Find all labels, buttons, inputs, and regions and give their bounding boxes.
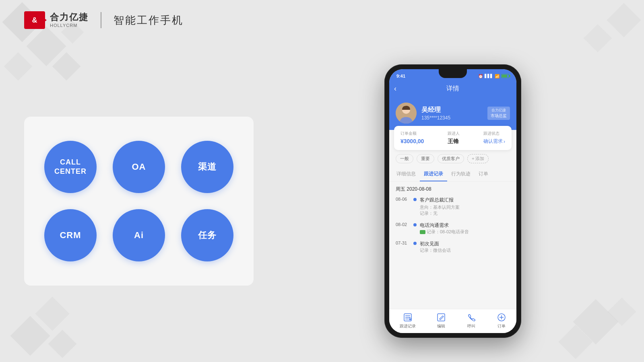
contact-info: 吴经理 135****12345 — [421, 106, 483, 121]
main-page: & 合力亿捷 HOLLYCRM 智能工作手机 CALLCENTER OA 渠道 … — [0, 0, 644, 362]
timeline-date: 周五 2020-08-08 — [396, 186, 510, 193]
logo-cn: 合力亿捷 — [50, 12, 89, 23]
contact-phone: 135****12345 — [421, 115, 483, 121]
contact-name: 吴经理 — [421, 106, 483, 114]
nav-edit-label: 编辑 — [437, 323, 445, 329]
svg-point-8 — [409, 318, 411, 320]
app-grid: CALLCENTER OA 渠道 CRM Ai 任务 — [24, 117, 254, 286]
status-icons: ⏰ ▋▋▋ 📶 — [478, 74, 509, 78]
tag-normal[interactable]: 一般 — [396, 154, 413, 163]
wifi-icon: 📶 — [495, 74, 500, 78]
call-icon — [466, 313, 476, 322]
app-call-center[interactable]: CALLCENTER — [44, 141, 97, 193]
status-label: 跟进状态 — [483, 131, 505, 136]
phone-notch — [439, 69, 467, 78]
stat-order: 订单金额 ¥3000,00 — [400, 131, 424, 145]
phone-mockup: 9:41 ⏰ ▋▋▋ 📶 ‹ — [286, 64, 620, 338]
header-divider — [101, 12, 101, 28]
phone-outer: 9:41 ⏰ ▋▋▋ 📶 ‹ — [384, 64, 521, 338]
logo-icon: & — [24, 11, 45, 29]
tl-sub-1: 意向：基本认同方案 — [420, 204, 510, 210]
tl-body-3: 初次见面 记录：微信会话 — [420, 241, 510, 253]
nav-order-label: 订单 — [497, 323, 506, 329]
tag-vip[interactable]: 优质客户 — [438, 154, 464, 163]
tl-record-1: 记录：无 — [420, 210, 510, 216]
app-oa[interactable]: OA — [113, 141, 165, 193]
tl-dot-2 — [413, 223, 417, 226]
app-ai[interactable]: Ai — [113, 209, 165, 261]
nav-edit[interactable]: 编辑 — [436, 313, 446, 329]
tags-row: 一般 重要 优质客户 + 添加 — [389, 150, 516, 167]
stat-follow: 跟进人 王锋 — [448, 131, 460, 145]
tag-important[interactable]: 重要 — [417, 154, 434, 163]
nav-call-label: 呼叫 — [467, 323, 475, 329]
tl-record-2: 记录：08-02电话录音 — [420, 229, 510, 235]
content-area: CALLCENTER OA 渠道 CRM Ai 任务 9:41 — [0, 40, 644, 362]
tab-follow-records[interactable]: 跟进记录 — [420, 167, 447, 181]
logo-en: HOLLYCRM — [50, 23, 89, 28]
tl-title-2: 电话沟通需求 — [420, 222, 510, 229]
app-crm[interactable]: CRM — [44, 209, 97, 261]
header: & 合力亿捷 HOLLYCRM 智能工作手机 — [0, 0, 644, 40]
bottom-nav: 跟进记录 编辑 — [389, 309, 516, 333]
follow-value: 王锋 — [448, 138, 460, 145]
logo-text: 合力亿捷 HOLLYCRM — [50, 12, 89, 28]
timeline-item: 08-02 电话沟通需求 记录：08-02电话录音 — [396, 222, 510, 235]
tl-title-3: 初次见面 — [420, 241, 510, 247]
logo: & 合力亿捷 HOLLYCRM — [24, 11, 89, 29]
company-tag: 合力亿捷 市场总监 — [487, 107, 510, 120]
avatar — [396, 103, 417, 123]
tag-add[interactable]: + 添加 — [467, 154, 489, 163]
stat-status: 跟进状态 确认需求 › — [483, 131, 505, 145]
signal-icon: ▋▋▋ — [485, 74, 493, 78]
app-tasks[interactable]: 任务 — [181, 209, 233, 261]
company-name: 合力亿捷 — [491, 108, 507, 113]
tab-behavior[interactable]: 行为轨迹 — [447, 167, 475, 181]
tl-record-3: 记录：微信会话 — [420, 247, 510, 253]
tab-details[interactable]: 详细信息 — [392, 167, 420, 181]
svg-text:&: & — [32, 16, 37, 24]
company-role: 市场总监 — [491, 113, 507, 119]
order-icon — [497, 313, 506, 322]
timeline-item: 08-06 客户跟总裁汇报 意向：基本认同方案 记录：无 — [396, 197, 510, 216]
tl-date-1: 08-06 — [396, 197, 410, 216]
battery-icon — [501, 74, 509, 78]
follow-records-icon — [403, 313, 413, 322]
tab-orders[interactable]: 订单 — [475, 167, 492, 181]
order-label: 订单金额 — [400, 131, 424, 136]
tl-dot-3 — [413, 242, 417, 245]
contact-card: 吴经理 135****12345 合力亿捷 市场总监 — [389, 98, 516, 130]
app-header: ‹ 详情 — [389, 81, 516, 98]
follow-label: 跟进人 — [448, 131, 460, 136]
tl-body-1: 客户跟总裁汇报 意向：基本认同方案 记录：无 — [420, 197, 510, 216]
nav-follow-records-label: 跟进记录 — [400, 323, 416, 329]
stats-card: 订单金额 ¥3000,00 跟进人 王锋 跟进状态 确认需求 — [394, 126, 512, 150]
alarm-icon: ⏰ — [478, 74, 483, 78]
tl-date-2: 08-02 — [396, 222, 410, 235]
status-value: 确认需求 › — [483, 138, 505, 145]
timeline-item: 07-31 初次见面 记录：微信会话 — [396, 241, 510, 253]
header-subtitle: 智能工作手机 — [114, 13, 184, 27]
phone-badge-icon — [420, 230, 425, 234]
back-button[interactable]: ‹ — [394, 84, 396, 93]
status-time: 9:41 — [396, 74, 405, 78]
phone-wrapper: 9:41 ⏰ ▋▋▋ 📶 ‹ — [384, 64, 521, 338]
app-channel[interactable]: 渠道 — [181, 141, 233, 193]
screen-title: 详情 — [446, 84, 459, 93]
edit-icon — [436, 313, 446, 322]
nav-follow-records[interactable]: 跟进记录 — [400, 313, 416, 329]
tl-dot-1 — [413, 198, 417, 201]
tl-title-1: 客户跟总裁汇报 — [420, 197, 510, 204]
order-value: ¥3000,00 — [400, 138, 424, 144]
timeline-content: 周五 2020-08-08 08-06 客户跟总裁汇报 意向：基本认同方案 记录… — [389, 182, 516, 298]
tl-date-3: 07-31 — [396, 241, 410, 253]
app-tabs: 详细信息 跟进记录 行为轨迹 订单 — [389, 167, 516, 182]
phone-screen: 9:41 ⏰ ▋▋▋ 📶 ‹ — [389, 69, 516, 333]
nav-order[interactable]: 订单 — [497, 313, 506, 329]
tl-body-2: 电话沟通需求 记录：08-02电话录音 — [420, 222, 510, 235]
nav-call[interactable]: 呼叫 — [466, 313, 476, 329]
